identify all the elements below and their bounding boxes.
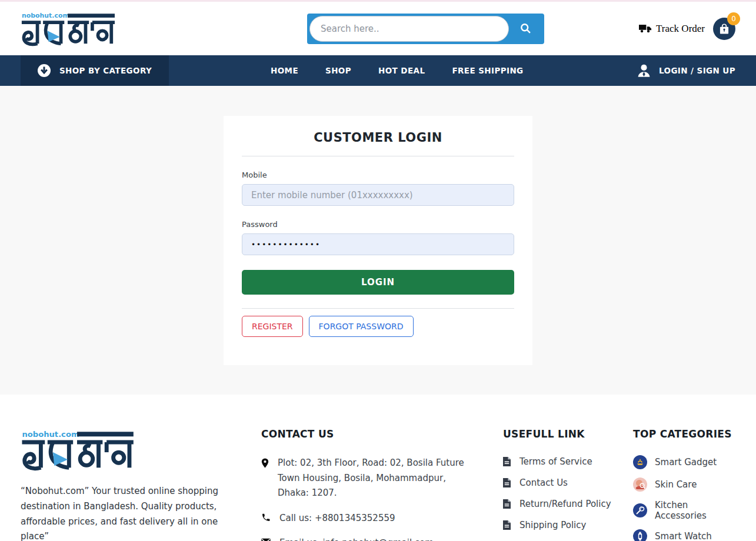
title-divider — [242, 156, 514, 156]
footer-about-column: nobohut.com “Nobohut.com” Your trusted o… — [21, 428, 261, 541]
skin-care-icon — [633, 477, 647, 492]
link-label: Contact Us — [519, 477, 568, 488]
search-icon — [519, 22, 532, 35]
secondary-buttons-row: REGISTER FORGOT PASSWORD — [242, 316, 514, 337]
link-label: Return/Refund Policy — [519, 499, 611, 509]
main-content: CUSTOMER LOGIN Mobile Password LOGIN REG… — [0, 86, 756, 395]
track-order-link[interactable]: Track Order — [639, 23, 705, 35]
register-button[interactable]: REGISTER — [242, 316, 303, 337]
top-categories-heading: TOP CATEGORIES — [633, 428, 735, 440]
link-label: Terms of Service — [519, 456, 592, 467]
shopping-bag-icon — [720, 24, 729, 34]
link-label: Shipping Policy — [519, 520, 586, 530]
category-label: Kitchen Accessories — [655, 500, 735, 521]
search-bar — [307, 14, 544, 44]
password-input[interactable] — [242, 233, 514, 255]
footer-links-column: USEFULL LINK Terms of Service Contact Us… — [503, 428, 633, 541]
forgot-password-button[interactable]: FORGOT PASSWORD — [309, 316, 414, 337]
contact-phone-text: Call us: +8801345352559 — [279, 511, 395, 526]
contact-phone-row: Call us: +8801345352559 — [261, 511, 503, 526]
location-pin-icon — [261, 458, 269, 468]
contact-email-row: Email us: info.nobohut@gmail.com — [261, 536, 503, 541]
kitchen-accessories-icon — [633, 503, 647, 517]
contact-email-text: Email us: info.nobohut@gmail.com — [279, 536, 434, 541]
cart-button[interactable]: 0 — [713, 18, 735, 40]
track-order-label: Track Order — [656, 23, 705, 35]
link-terms-of-service[interactable]: Terms of Service — [503, 456, 633, 467]
user-icon — [636, 63, 652, 79]
document-icon — [503, 478, 511, 487]
login-signup-link[interactable]: LOGIN / SIGN UP — [636, 55, 735, 86]
contact-address-text: Plot: 02, 3th Floor, Road: 02, Bosila Fu… — [278, 456, 475, 501]
truck-icon — [639, 24, 652, 33]
category-smart-gadget[interactable]: Smart Gadget — [633, 455, 735, 469]
arrow-down-circle-icon — [38, 64, 51, 77]
category-skin-care[interactable]: Skin Care — [633, 477, 735, 492]
header-right: Track Order 0 — [639, 18, 735, 40]
document-icon — [503, 499, 511, 509]
category-label: Skin Care — [655, 479, 697, 490]
phone-icon — [261, 513, 271, 522]
nav-item-shop[interactable]: SHOP — [325, 66, 351, 75]
password-label: Password — [242, 220, 514, 229]
category-smart-watch[interactable]: Smart Watch — [633, 529, 735, 541]
login-signup-label: LOGIN / SIGN UP — [659, 66, 735, 75]
shop-by-category-label: SHOP BY CATEGORY — [59, 66, 152, 75]
smart-gadget-icon — [633, 455, 647, 469]
footer-contact-column: CONTACT US Plot: 02, 3th Floor, Road: 02… — [261, 428, 503, 541]
svg-text:nobohut.com: nobohut.com — [22, 12, 69, 19]
category-label: Smart Watch — [655, 531, 712, 541]
smart-watch-icon — [633, 529, 647, 541]
useful-links-heading: USEFULL LINK — [503, 428, 633, 440]
search-input[interactable] — [309, 16, 509, 42]
buttons-divider — [242, 308, 514, 309]
shop-by-category-button[interactable]: SHOP BY CATEGORY — [21, 55, 169, 86]
nav-menu: HOME SHOP HOT DEAL FREE SHIPPING — [271, 55, 524, 86]
cart-count-badge: 0 — [727, 12, 740, 25]
site-footer: nobohut.com “Nobohut.com” Your trusted o… — [0, 395, 756, 541]
mobile-label: Mobile — [242, 171, 514, 179]
mobile-input[interactable] — [242, 184, 514, 206]
footer-about-text: “Nobohut.com” Your trusted online shoppi… — [21, 484, 229, 541]
contact-address-row: Plot: 02, 3th Floor, Road: 02, Bosila Fu… — [261, 456, 503, 501]
nav-item-home[interactable]: HOME — [271, 66, 298, 75]
nobohut-footer-logo[interactable]: nobohut.com — [21, 428, 134, 471]
svg-text:nobohut.com: nobohut.com — [22, 430, 79, 439]
envelope-icon — [261, 538, 271, 541]
site-header: nobohut.com Track Order — [0, 2, 756, 55]
document-icon — [503, 520, 511, 530]
footer-categories-column: TOP CATEGORIES Smart Gadget Skin Care Ki… — [633, 428, 735, 541]
customer-login-card: CUSTOMER LOGIN Mobile Password LOGIN REG… — [224, 116, 532, 365]
login-title: CUSTOMER LOGIN — [242, 131, 514, 145]
nobohut-logo[interactable]: nobohut.com — [21, 11, 115, 46]
document-icon — [503, 457, 511, 466]
contact-heading: CONTACT US — [261, 428, 503, 440]
search-button[interactable] — [509, 16, 542, 42]
category-kitchen-accessories[interactable]: Kitchen Accessories — [633, 500, 735, 521]
link-contact-us[interactable]: Contact Us — [503, 477, 633, 488]
category-label: Smart Gadget — [655, 457, 717, 467]
login-button[interactable]: LOGIN — [242, 270, 514, 295]
nav-item-hot-deal[interactable]: HOT DEAL — [378, 66, 425, 75]
link-return-refund-policy[interactable]: Return/Refund Policy — [503, 499, 633, 509]
main-navbar: SHOP BY CATEGORY HOME SHOP HOT DEAL FREE… — [0, 55, 756, 86]
nav-item-free-shipping[interactable]: FREE SHIPPING — [452, 66, 523, 75]
link-shipping-policy[interactable]: Shipping Policy — [503, 520, 633, 530]
